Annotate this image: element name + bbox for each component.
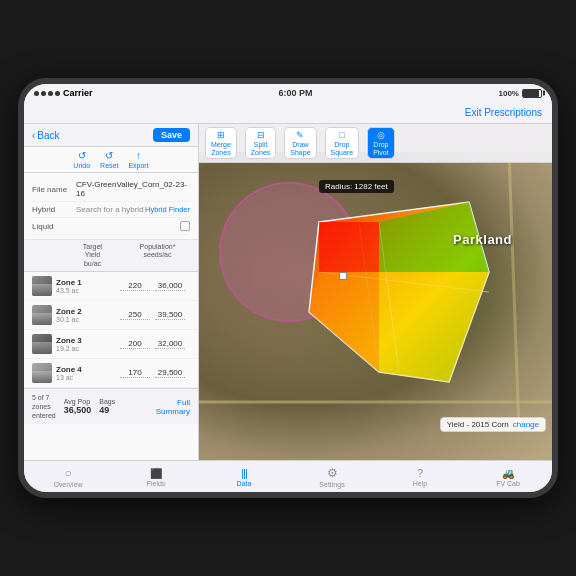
zone-3-name: Zone 3 bbox=[56, 336, 120, 345]
avg-pop-stat: Avg Pop 36,500 bbox=[64, 398, 92, 415]
zone-table: Zone 1 43.5 ac 220 36,000 Zone bbox=[24, 272, 198, 388]
tab-help-label: Help bbox=[413, 480, 427, 487]
drop-square-label: Drop Square bbox=[331, 141, 354, 156]
tab-help[interactable]: ? Help bbox=[395, 467, 445, 487]
hybrid-label: Hybrid bbox=[32, 205, 72, 214]
settings-icon: ⚙ bbox=[327, 466, 338, 480]
zone-4-yield: 170 bbox=[120, 368, 150, 378]
filename-value: CFV-GreenValley_Corn_02-23-16 bbox=[76, 180, 190, 198]
draw-shape-button[interactable]: ✎ Draw Shape bbox=[284, 127, 316, 159]
zone-1-name: Zone 1 bbox=[56, 278, 120, 287]
top-nav: Exit Prescriptions bbox=[24, 102, 552, 124]
zone-2-acres: 30.1 ac bbox=[56, 316, 120, 323]
export-button[interactable]: ↑ Export bbox=[128, 150, 148, 169]
zone-row: Zone 1 43.5 ac 220 36,000 bbox=[24, 272, 198, 301]
map-area[interactable]: ⊞ Merge Zones ⊟ Split Zones ✎ Draw Shape bbox=[199, 124, 552, 460]
back-button[interactable]: ‹ Back bbox=[32, 130, 60, 141]
yield-info-bar: Yield - 2015 Corn change bbox=[440, 417, 546, 432]
bags-value: 49 bbox=[99, 405, 115, 415]
save-button[interactable]: Save bbox=[153, 128, 190, 142]
drop-square-button[interactable]: □ Drop Square bbox=[325, 127, 360, 159]
main-area: ‹ Back Save ↺ Undo ↺ Reset bbox=[24, 124, 552, 460]
zone-2-pop-cell[interactable]: 39,500 bbox=[155, 310, 190, 320]
back-chevron-icon: ‹ bbox=[32, 130, 35, 141]
zone-2-info: Zone 2 30.1 ac bbox=[56, 307, 120, 323]
tab-settings-label: Settings bbox=[319, 481, 344, 488]
battery-icon bbox=[522, 89, 542, 98]
tab-data-label: Data bbox=[237, 480, 252, 487]
undo-button[interactable]: ↺ Undo bbox=[73, 150, 90, 169]
zone-4-pop-cell[interactable]: 29,500 bbox=[155, 368, 190, 378]
liquid-checkbox[interactable] bbox=[180, 221, 190, 231]
zone-3-info: Zone 3 19.2 ac bbox=[56, 336, 120, 352]
exit-prescriptions-button[interactable]: Exit Prescriptions bbox=[465, 107, 542, 118]
merge-zones-button[interactable]: ⊞ Merge Zones bbox=[205, 127, 237, 159]
zone-3-yield-cell[interactable]: 200 bbox=[120, 339, 155, 349]
population-header: Population* seeds/ac bbox=[125, 243, 190, 268]
tab-overview-label: Overview bbox=[53, 481, 82, 488]
map-toolbar-buttons: ⊞ Merge Zones ⊟ Split Zones ✎ Draw Shape bbox=[205, 127, 395, 159]
zone-4-yield-cell[interactable]: 170 bbox=[120, 368, 155, 378]
zone-3-yield: 200 bbox=[120, 339, 150, 349]
change-link[interactable]: change bbox=[513, 420, 539, 429]
liquid-label: Liquid bbox=[32, 222, 72, 231]
left-footer: 5 of 7 zones entered Avg Pop 36,500 Bags… bbox=[24, 388, 198, 424]
tab-fields-label: Fields bbox=[147, 480, 166, 487]
zone-1-yield-cell[interactable]: 220 bbox=[120, 281, 155, 291]
signal-icon bbox=[34, 91, 60, 96]
reset-button[interactable]: ↺ Reset bbox=[100, 150, 118, 169]
time-display: 6:00 PM bbox=[279, 88, 313, 98]
undo-icon: ↺ bbox=[78, 150, 86, 161]
zone-1-acres: 43.5 ac bbox=[56, 287, 120, 294]
parkland-label: Parkland bbox=[453, 232, 512, 247]
hybrid-row: Hybrid Search for a hybrid Hybrid Finder bbox=[32, 202, 190, 218]
filename-row: File name CFV-GreenValley_Corn_02-23-16 bbox=[32, 177, 190, 202]
zone-1-population: 36,000 bbox=[155, 281, 185, 291]
zone-1-info: Zone 1 43.5 ac bbox=[56, 278, 120, 294]
zone-1-pop-cell[interactable]: 36,000 bbox=[155, 281, 190, 291]
split-zones-icon: ⊟ bbox=[257, 130, 265, 140]
reset-label: Reset bbox=[100, 162, 118, 169]
undo-label: Undo bbox=[73, 162, 90, 169]
yield-label: Yield - 2015 Corn bbox=[447, 420, 509, 429]
zone-row: Zone 3 19.2 ac 200 32,000 bbox=[24, 330, 198, 359]
export-icon: ↑ bbox=[136, 150, 141, 161]
radius-tooltip: Radius: 1282 feet bbox=[319, 180, 394, 193]
merge-zones-label: Merge Zones bbox=[211, 141, 231, 156]
tab-settings[interactable]: ⚙ Settings bbox=[307, 466, 357, 488]
aerial-image: Radius: 1282 feet bbox=[199, 152, 552, 460]
full-summary-button[interactable]: Full Summary bbox=[123, 398, 190, 416]
tab-data[interactable]: ||| Data bbox=[219, 467, 269, 487]
zone-2-yield-cell[interactable]: 250 bbox=[120, 310, 155, 320]
zone-3-acres: 19.2 ac bbox=[56, 345, 120, 352]
status-bar: Carrier 6:00 PM 100% bbox=[24, 84, 552, 102]
zones-entered-info: 5 of 7 zones entered bbox=[32, 393, 56, 420]
bags-label: Bags bbox=[99, 398, 115, 405]
hybrid-search-input[interactable]: Search for a hybrid bbox=[76, 205, 145, 214]
carrier-label: Carrier bbox=[63, 88, 93, 98]
field-area bbox=[299, 192, 499, 392]
hybrid-finder-button[interactable]: Hybrid Finder bbox=[145, 205, 190, 214]
device-frame: Carrier 6:00 PM 100% Exit Prescriptions … bbox=[18, 78, 558, 498]
reset-icon: ↺ bbox=[105, 150, 113, 161]
status-right: 100% bbox=[499, 89, 542, 98]
draw-shape-label: Draw Shape bbox=[290, 141, 310, 156]
left-header: ‹ Back Save bbox=[24, 124, 198, 147]
drop-pivot-button[interactable]: ◎ Drop Pivot bbox=[367, 127, 395, 159]
field-handle[interactable] bbox=[339, 272, 347, 280]
help-icon: ? bbox=[417, 467, 423, 479]
drop-square-icon: □ bbox=[339, 130, 344, 140]
zone-4-info: Zone 4 13 ac bbox=[56, 365, 120, 381]
zone-3-pop-cell[interactable]: 32,000 bbox=[155, 339, 190, 349]
tab-overview[interactable]: ○ Overview bbox=[43, 466, 93, 488]
fvcab-icon: 🚜 bbox=[502, 468, 514, 479]
split-zones-button[interactable]: ⊟ Split Zones bbox=[245, 127, 276, 159]
zone-table-header: Target Yield bu/ac Population* seeds/ac bbox=[24, 240, 198, 272]
tab-fields[interactable]: ⬛ Fields bbox=[131, 468, 181, 487]
draw-shape-icon: ✎ bbox=[296, 130, 304, 140]
undo-toolbar: ↺ Undo ↺ Reset ↑ Export bbox=[24, 147, 198, 173]
tab-fvcab-label: FV Cab bbox=[496, 480, 520, 487]
tab-fvcab[interactable]: 🚜 FV Cab bbox=[483, 468, 533, 487]
data-icon: ||| bbox=[241, 467, 247, 479]
drop-pivot-icon: ◎ bbox=[377, 130, 385, 140]
